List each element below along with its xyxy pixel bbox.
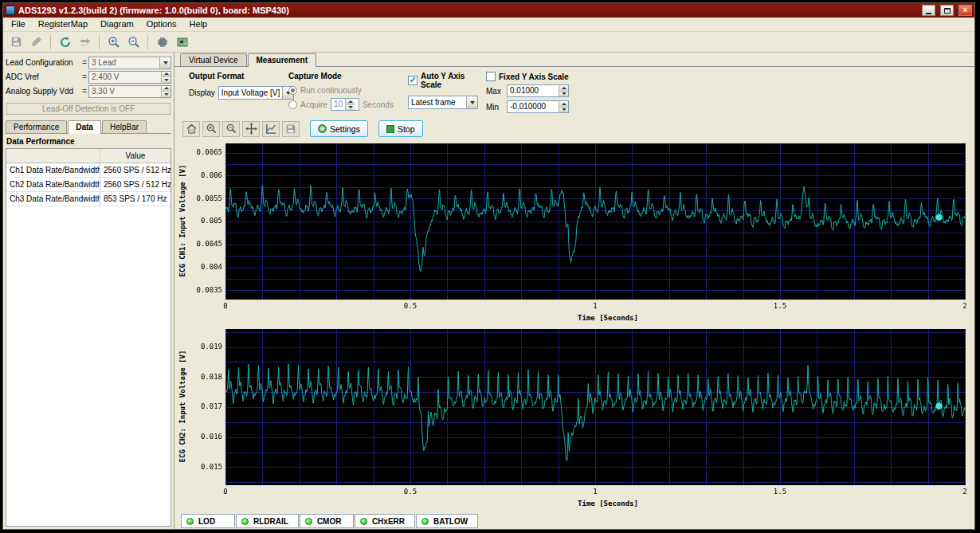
frame-value: Latest frame (409, 96, 466, 108)
chxerr-indicator: CHxERR (355, 514, 415, 528)
spinner-buttons[interactable] (161, 72, 171, 83)
equals-sign: = (80, 58, 88, 67)
stop-button[interactable]: Stop (378, 120, 423, 137)
chevron-down-icon[interactable] (466, 96, 477, 108)
menu-file[interactable]: File (5, 18, 32, 31)
menu-help[interactable]: Help (183, 18, 214, 31)
device-chip-icon[interactable] (153, 33, 171, 50)
measurement-tab-content: Output Format Display Input Voltage [V] … (174, 66, 974, 529)
spin-up-icon[interactable] (346, 99, 355, 105)
adc-vref-value: 2.400 V (89, 72, 161, 83)
table-empty-area (6, 206, 171, 526)
graph-settings-icon[interactable] (262, 121, 280, 137)
main-toolbar (3, 32, 974, 53)
led-icon (241, 518, 249, 525)
spin-down-icon[interactable] (346, 105, 355, 111)
minimize-button[interactable] (922, 5, 935, 16)
tab-performance[interactable]: Performance (6, 120, 67, 133)
tab-measurement[interactable]: Measurement (248, 53, 316, 67)
cmor-label: CMOR (317, 517, 342, 526)
spinner-buttons[interactable] (161, 86, 171, 97)
fixed-y-axis-label: Fixed Y Axis Scale (499, 73, 569, 81)
edit-icon[interactable] (27, 33, 45, 50)
refresh-icon[interactable] (56, 33, 74, 50)
board-icon[interactable] (173, 33, 191, 50)
frame-dropdown[interactable]: Latest frame (408, 96, 478, 109)
zoom-out-icon[interactable] (124, 33, 143, 50)
settings-button[interactable]: Settings (310, 120, 368, 137)
spinner-buttons[interactable] (559, 101, 568, 112)
zoom-in-icon[interactable] (104, 33, 123, 50)
analog-supply-spinner[interactable]: 3.30 V (88, 85, 171, 98)
home-view-icon[interactable] (182, 121, 200, 137)
cmor-indicator: CMOR (300, 514, 354, 528)
sidebar-tabs: Performance Data HelpBar (6, 120, 171, 134)
spinner-buttons[interactable] (345, 99, 355, 110)
spin-up-icon[interactable] (559, 85, 568, 92)
ch1-plot-area[interactable] (189, 140, 970, 314)
spin-down-icon[interactable] (559, 92, 568, 97)
fixed-y-group: Fixed Y Axis Scale Max 0.01000 (486, 72, 709, 116)
spin-down-icon[interactable] (559, 108, 568, 113)
save-icon[interactable] (7, 33, 25, 50)
spin-up-icon[interactable] (559, 101, 568, 108)
ecg-ch2-chart: ECG CH2: Input Voltage [V] Time [Seconds… (176, 326, 974, 509)
lead-configuration-dropdown[interactable]: 3 Lead (88, 57, 171, 69)
lead-configuration-value: 3 Lead (89, 57, 159, 69)
adc-vref-label: ADC Vref (6, 73, 80, 81)
maximize-button[interactable] (940, 5, 954, 16)
window-title: ADS1293 v1.2.3(build 2) (firmware: 1.0.0… (18, 6, 917, 15)
tab-virtual-device[interactable]: Virtual Device (180, 53, 247, 66)
capture-mode-group: Capture Mode Run continuously Acquire 10 (288, 72, 408, 116)
adc-vref-spinner[interactable]: 2.400 V (88, 71, 171, 84)
table-row: Ch2 Data Rate/Bandwidth 2560 SPS / 512 H… (6, 178, 171, 192)
table-row: Ch1 Data Rate/Bandwidth 2560 SPS / 512 H… (6, 163, 171, 178)
acquire-seconds-spinner[interactable]: 10 (331, 98, 359, 111)
spin-down-icon[interactable] (162, 77, 171, 83)
ch2-plot-area[interactable] (189, 326, 970, 500)
ch2-y-axis-label: ECG CH2: Input Voltage [V] (178, 327, 186, 486)
fixed-y-axis-checkbox[interactable] (486, 72, 496, 81)
max-label: Max (486, 87, 504, 96)
analog-supply-row: Analog Supply Vdd = 3.30 V (6, 84, 171, 98)
table-header-name (6, 149, 100, 163)
led-icon (305, 518, 312, 525)
lod-indicator: LOD (181, 514, 235, 528)
spin-down-icon[interactable] (162, 92, 171, 97)
tab-helpbar[interactable]: HelpBar (102, 120, 147, 133)
ecg-ch1-chart: ECG CH1: Input Voltage [V] Time [Seconds… (176, 140, 974, 323)
zoom-in-graph-icon[interactable] (202, 121, 220, 137)
chevron-down-icon[interactable] (159, 57, 171, 69)
maximize-icon (944, 8, 951, 14)
max-spinner[interactable]: 0.01000 (507, 84, 569, 97)
main-tab-strip: Virtual Device Measurement (174, 53, 974, 66)
zoom-out-graph-icon[interactable] (222, 121, 240, 137)
led-icon (421, 518, 429, 525)
acquire-radio[interactable] (288, 100, 297, 109)
spin-up-icon[interactable] (162, 72, 171, 78)
lod-label: LOD (198, 517, 215, 526)
run-continuously-radio[interactable] (288, 86, 297, 95)
display-dropdown[interactable]: Input Voltage [V] (218, 86, 294, 100)
row-value: 853 SPS / 170 Hz (100, 192, 171, 206)
read-write-icon[interactable] (76, 33, 94, 50)
pan-icon[interactable] (242, 121, 260, 137)
row-name: Ch1 Data Rate/Bandwidth (6, 163, 100, 177)
lead-off-status: Lead-Off Detection is OFF (6, 103, 171, 115)
chxerr-label: CHxERR (372, 517, 405, 526)
spinner-buttons[interactable] (559, 85, 568, 96)
min-spinner[interactable]: -0.010000 (507, 100, 569, 113)
close-button[interactable]: × (958, 5, 972, 16)
status-led-row: LOD RLDRAIL CMOR CHxERR (181, 514, 974, 528)
auto-y-axis-checkbox[interactable] (408, 76, 417, 85)
analog-supply-label: Analog Supply Vdd (6, 87, 80, 96)
tab-data[interactable]: Data (68, 120, 101, 134)
spin-up-icon[interactable] (162, 86, 171, 92)
menu-registermap[interactable]: RegisterMap (32, 18, 94, 31)
table-header-value: Value (100, 149, 171, 163)
table-row: Ch3 Data Rate/Bandwidth 853 SPS / 170 Hz (6, 192, 171, 206)
save-graph-icon[interactable] (282, 121, 300, 137)
capture-mode-title: Capture Mode (288, 72, 408, 80)
menu-options[interactable]: Options (140, 18, 183, 31)
menu-diagram[interactable]: Diagram (94, 18, 140, 31)
